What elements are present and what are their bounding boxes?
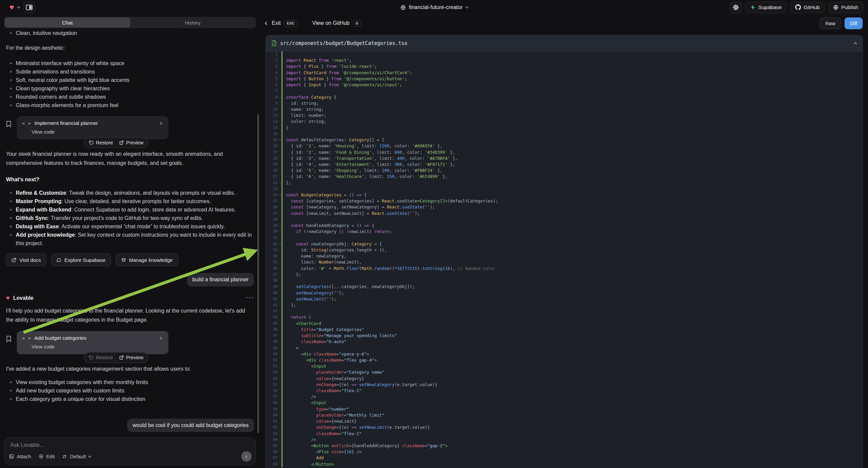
list-item: Clean, intuitive navigation <box>6 29 254 37</box>
version-actions: Restore Preview <box>84 352 148 363</box>
fold-chevron-icon[interactable]: ▾ <box>279 241 281 247</box>
version-block: < > Add budget categories View code Rest… <box>6 331 254 354</box>
code-line: 31 <box>266 235 863 241</box>
tab-chat[interactable]: Chat <box>5 18 130 28</box>
bookmark-icon[interactable] <box>6 121 11 127</box>
fold-chevron-icon[interactable]: ▾ <box>279 193 281 198</box>
github-button[interactable]: GitHub <box>790 2 825 13</box>
code-line: 17 { id: '2', name: 'Food & Dining', lim… <box>266 149 863 155</box>
code-icon: < > <box>22 336 31 341</box>
line-number: 25 <box>266 198 280 204</box>
project-switcher[interactable]: financial-future-creator <box>400 0 468 15</box>
code-panel: Exit ESC View on GitHub G Raw Diff src/c… <box>260 15 868 468</box>
line-number: 47 <box>266 333 280 339</box>
fold-chevron-icon[interactable]: ▾ <box>279 137 281 143</box>
view-code-link[interactable]: View code <box>32 344 163 350</box>
line-number: 15▾ <box>266 137 280 143</box>
line-number: 23 <box>266 186 280 192</box>
more-icon[interactable]: ··· <box>246 294 254 301</box>
line-number: 20 <box>266 168 280 174</box>
code-line: 38 <box>266 277 863 284</box>
line-number: 51 <box>266 357 280 363</box>
line-number: 24▾ <box>266 192 280 198</box>
restore-icon <box>89 140 94 145</box>
send-button[interactable]: ↑ <box>241 451 252 462</box>
line-number: 35 <box>266 259 280 265</box>
mode-select[interactable]: Default <box>62 454 91 459</box>
chat-scrollbar[interactable] <box>257 114 259 433</box>
line-number: 1 <box>266 51 280 57</box>
code-line: 15▾const defaultCategories: Category[] =… <box>266 137 863 143</box>
line-number: 61 <box>266 418 280 425</box>
edit-button[interactable]: Edit <box>39 454 55 459</box>
settings-button[interactable] <box>730 2 742 13</box>
line-number: 3 <box>266 63 280 69</box>
manage-knowledge-button[interactable]: Manage knowledge <box>116 254 178 266</box>
line-number: 44 <box>266 314 280 320</box>
line-number: 21 <box>266 174 280 180</box>
code-line: 9 id: string; <box>266 100 863 107</box>
composer: Attach Edit Default ↑ <box>4 437 256 465</box>
view-code-link[interactable]: View code <box>32 129 163 135</box>
line-number: 46 <box>266 327 280 333</box>
exit-button[interactable]: Exit <box>272 20 281 26</box>
publish-button[interactable]: Publish <box>828 2 863 13</box>
chevron-left-icon[interactable] <box>265 22 269 25</box>
supabase-button[interactable]: Supabase <box>745 2 787 13</box>
tab-history[interactable]: History <box>130 18 256 28</box>
line-number: 43 <box>266 308 280 314</box>
preview-button[interactable]: Preview <box>119 355 144 360</box>
code-line: 62 onChange={(e) => setNewLimit(e.target… <box>266 425 863 430</box>
bullet-dot-icon <box>10 217 12 219</box>
code-line: 45 <ChartCard <box>266 321 863 327</box>
view-on-github-button[interactable]: View on GitHub <box>312 20 350 26</box>
knowledge-icon <box>121 258 126 263</box>
chevron-down-icon[interactable] <box>17 5 21 8</box>
chevron-right-icon[interactable] <box>159 121 162 125</box>
chat-input[interactable] <box>10 442 250 448</box>
line-number: 42 <box>266 302 280 308</box>
line-number: 58 <box>266 400 280 406</box>
restore-button[interactable]: Restore <box>89 355 113 360</box>
lovable-heart-icon[interactable]: ♥ <box>9 3 14 11</box>
bookmark-icon[interactable] <box>6 336 11 342</box>
attach-button[interactable]: Attach <box>9 454 31 459</box>
visit-docs-button[interactable]: Visit docs <box>6 254 46 266</box>
version-title: Implement financial planner <box>34 120 98 126</box>
diff-toggle-button[interactable]: Diff <box>844 18 863 29</box>
code-line: 40 setNewCategory(''); <box>266 290 863 296</box>
explore-supabase-button[interactable]: Explore Supabase <box>51 254 111 266</box>
fold-chevron-icon[interactable]: ▾ <box>279 95 281 101</box>
chat-history-tabs: Chat History <box>4 17 256 28</box>
chevron-up-icon[interactable] <box>854 42 857 46</box>
line-number: 59 <box>266 406 280 412</box>
version-card-implement-financial-planner[interactable]: < > Implement financial planner View cod… <box>17 116 168 139</box>
bullet-dot-icon <box>10 192 12 194</box>
code-editor[interactable]: 12import React from 'react';3import { Pl… <box>266 51 863 467</box>
raw-toggle-button[interactable]: Raw <box>820 18 841 29</box>
code-line: 1 <box>266 51 863 57</box>
line-number: 41 <box>266 296 280 302</box>
code-line: 4import ChartCard from '@/components/ui/… <box>266 70 863 76</box>
code-line: 7 <box>266 88 863 94</box>
user-message-row: build a financial planner <box>6 273 254 286</box>
gear-icon <box>733 4 739 10</box>
preview-button[interactable]: Preview <box>119 140 144 145</box>
list-item: Glass-morphic elements for a premium fee… <box>6 101 254 110</box>
restore-button[interactable]: Restore <box>89 140 113 145</box>
chevron-right-icon[interactable] <box>159 337 162 340</box>
panel-toggle-button[interactable] <box>23 2 35 13</box>
code-line: 12 color: string; <box>266 118 863 124</box>
version-card-add-budget-categories[interactable]: < > Add budget categories View code Rest… <box>17 331 168 354</box>
code-line: 6import { Input } from '@/components/ui/… <box>266 82 863 88</box>
fold-chevron-icon[interactable]: ▾ <box>279 223 281 229</box>
file-path-bar[interactable]: src/components/budget/BudgetCategories.t… <box>266 35 863 51</box>
code-line: 22]; <box>266 180 863 186</box>
code-line: 46 title="Budget Categories" <box>266 327 863 333</box>
code-line: 30 if (!newCategory || !newLimit) return… <box>266 229 863 235</box>
line-number: 28 <box>266 216 280 223</box>
line-number: 55 <box>266 382 280 388</box>
line-number: 19 <box>266 162 280 168</box>
line-number: 56 <box>266 388 280 394</box>
code-card: src/components/budget/BudgetCategories.t… <box>266 35 863 468</box>
